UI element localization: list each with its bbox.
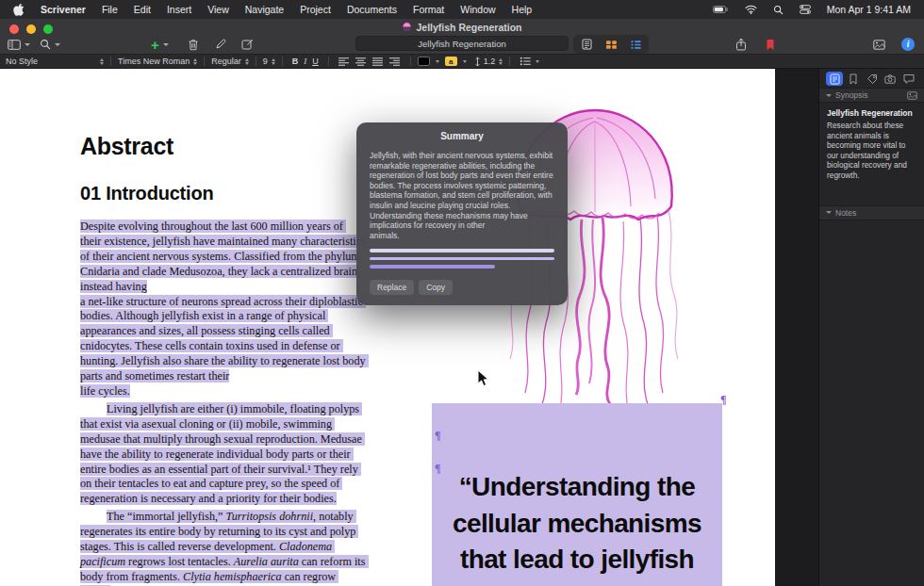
inspector-panel: Synopsis Jellyfish Regeneration Research…	[818, 69, 924, 586]
notes-section-header[interactable]: Notes	[819, 205, 924, 220]
toolbar: + Jellyfish Regeneration	[0, 34, 924, 55]
generating-bar	[370, 265, 495, 269]
trash-button[interactable]	[188, 34, 199, 55]
synopsis-text[interactable]: Research about these ancient animals is …	[819, 121, 924, 181]
synopsis-header-label: Synopsis	[835, 90, 868, 100]
menu-item-project[interactable]: Project	[300, 4, 331, 15]
outline-view-button[interactable]	[625, 36, 646, 53]
menu-clock[interactable]: Mon Apr 1 9:41 AM	[827, 4, 911, 15]
window-title: Jellyfish Regeneration	[0, 21, 924, 34]
generating-bar	[370, 249, 554, 252]
pull-quote-block[interactable]: “Understanding the cellular mechanisms t…	[432, 403, 722, 586]
chevron-down-icon	[55, 43, 60, 46]
add-item-button[interactable]: +	[151, 34, 169, 55]
wifi-icon[interactable]	[745, 5, 757, 14]
line-spacing-dropdown[interactable]: 1.2	[484, 57, 503, 66]
tab-bookmarks[interactable]	[845, 72, 862, 86]
summary-popup: Summary Jellyfish, with their ancient ne…	[356, 122, 568, 305]
share-button[interactable]	[735, 34, 747, 55]
underline-button[interactable]: U	[312, 57, 319, 66]
selected-text: Despite evolving throughout the last 600…	[80, 220, 369, 398]
tab-comments[interactable]	[900, 72, 917, 86]
species-name: Clytia hemisphaerica	[183, 570, 282, 583]
apple-menu-icon[interactable]	[13, 3, 25, 16]
dropdown-arrows-icon	[193, 58, 197, 65]
info-icon: i	[901, 38, 915, 51]
menu-item-documents[interactable]: Documents	[347, 4, 397, 15]
tab-snapshots[interactable]	[882, 72, 899, 86]
font-dropdown-value: Times New Roman	[118, 57, 190, 66]
list-style-button[interactable]	[520, 57, 539, 66]
menu-item-insert[interactable]: Insert	[167, 4, 191, 15]
synopsis-image-icon[interactable]	[907, 91, 917, 100]
copy-button[interactable]: Copy	[419, 280, 453, 295]
tab-notes[interactable]	[826, 72, 843, 86]
chevron-down-icon	[25, 43, 30, 46]
dropdown-arrows-icon	[100, 58, 104, 65]
menu-item-format[interactable]: Format	[413, 4, 444, 15]
font-size-dropdown[interactable]: 9	[263, 57, 275, 66]
style-dropdown[interactable]: No Style	[6, 57, 104, 66]
bookmark-flag-button[interactable]	[766, 34, 775, 55]
menu-item-edit[interactable]: Edit	[134, 4, 151, 15]
menu-item-help[interactable]: Help	[512, 4, 533, 15]
synopsis-doc-title[interactable]: Jellyfish Regeneration	[819, 103, 924, 121]
chevron-down-icon	[163, 43, 169, 46]
binder-toggle-button[interactable]	[8, 34, 30, 55]
heading-introduction: 01 Introduction	[80, 183, 213, 204]
line-spacing-icon	[474, 57, 481, 67]
chevron-down-icon	[826, 94, 832, 97]
align-justify-button[interactable]	[371, 57, 384, 67]
menu-item-file[interactable]: File	[102, 4, 118, 15]
summary-popup-title: Summary	[356, 131, 568, 141]
align-left-button[interactable]	[338, 57, 350, 67]
generating-bar	[370, 257, 554, 261]
dropdown-arrows-icon	[499, 58, 503, 65]
media-button[interactable]	[873, 34, 885, 55]
dropdown-arrows-icon	[436, 60, 439, 63]
control-center-icon[interactable]	[800, 5, 811, 14]
dropdown-arrows-icon	[272, 58, 275, 65]
mouse-cursor	[477, 369, 489, 387]
corkboard-view-button[interactable]	[601, 36, 621, 53]
italic-button[interactable]: I	[304, 57, 306, 66]
menu-item-scrivener[interactable]: Scrivener	[41, 4, 86, 15]
font-dropdown[interactable]: Times New Roman	[118, 57, 197, 66]
menu-item-view[interactable]: View	[207, 4, 229, 15]
highlight-color-well[interactable]: a	[445, 57, 457, 66]
spotlight-search-icon[interactable]	[773, 5, 784, 15]
window-title-text: Jellyfish Regeneration	[416, 22, 521, 33]
selected-text: The “immortal jellyfish,”	[107, 510, 226, 523]
font-size-value: 9	[263, 57, 268, 66]
bold-button[interactable]: B	[292, 57, 299, 66]
align-center-button[interactable]	[355, 57, 367, 67]
pull-quote-text: “Understanding the cellular mechanisms t…	[432, 403, 722, 578]
annotate-pen-button[interactable]	[215, 34, 226, 55]
font-weight-dropdown[interactable]: Regular	[211, 57, 249, 66]
view-mode-segmented-control	[573, 35, 649, 54]
pilcrow-mark: ¶	[435, 429, 440, 443]
body-text: Despite evolving throughout the last 600…	[80, 220, 367, 586]
tab-metadata[interactable]	[864, 72, 881, 86]
replace-button[interactable]: Replace	[370, 280, 414, 295]
inspector-tabs	[819, 69, 924, 88]
menu-bar: Scrivener File Edit Insert View Navigate…	[0, 0, 924, 19]
summary-popup-body: Jellyfish, with their ancient nervous sy…	[370, 151, 554, 240]
inspector-info-button[interactable]: i	[901, 34, 915, 55]
document-title-field[interactable]: Jellyfish Regeneration	[355, 36, 569, 51]
search-button[interactable]	[40, 34, 60, 55]
dropdown-arrows-icon	[245, 58, 249, 65]
compose-button[interactable]	[241, 34, 254, 55]
selected-text: Living jellyfish are either (i) immobile…	[80, 402, 365, 505]
dropdown-arrows-icon	[536, 60, 539, 63]
align-right-button[interactable]	[388, 57, 401, 67]
document-view-button[interactable]	[576, 36, 597, 53]
text-color-well[interactable]	[418, 57, 430, 66]
menu-item-navigate[interactable]: Navigate	[245, 4, 284, 15]
synopsis-section-header[interactable]: Synopsis	[819, 88, 924, 103]
menu-item-window[interactable]: Window	[460, 4, 495, 15]
jellyfish-icon	[402, 22, 412, 34]
style-dropdown-value: No Style	[6, 57, 38, 66]
battery-icon[interactable]	[713, 6, 729, 13]
selected-text: regrows lost tentacles.	[125, 555, 234, 568]
